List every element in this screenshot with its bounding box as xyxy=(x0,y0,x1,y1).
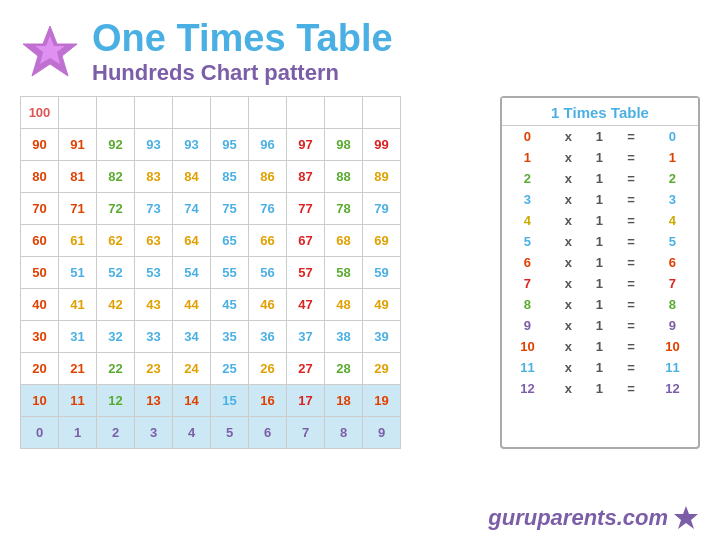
table-row: 1 x 1 = 1 xyxy=(502,147,698,168)
multiplier: 1 xyxy=(502,147,553,168)
times-symbol: x xyxy=(553,168,584,189)
card-title: 1 Times Table xyxy=(502,98,698,126)
multiplier: 11 xyxy=(502,357,553,378)
equals-symbol: = xyxy=(615,294,647,315)
table-cell: 26 xyxy=(249,353,287,385)
table-cell: 7 xyxy=(287,417,325,449)
table-cell: 15 xyxy=(211,385,249,417)
times-symbol: x xyxy=(553,357,584,378)
footer-star-icon xyxy=(672,504,700,532)
table-row: 11 x 1 = 11 xyxy=(502,357,698,378)
multiplicand: 1 xyxy=(584,126,615,147)
table-cell: 77 xyxy=(287,193,325,225)
table-cell: 74 xyxy=(173,193,211,225)
product: 3 xyxy=(647,189,698,210)
table-row: 10 x 1 = 10 xyxy=(502,336,698,357)
table-cell: 73 xyxy=(135,193,173,225)
table-cell: 42 xyxy=(97,289,135,321)
times-symbol: x xyxy=(553,273,584,294)
multiplicand: 1 xyxy=(584,378,615,399)
table-cell: 8 xyxy=(325,417,363,449)
table-cell: 9 xyxy=(363,417,401,449)
table-cell: 76 xyxy=(249,193,287,225)
equals-symbol: = xyxy=(615,357,647,378)
table-cell: 21 xyxy=(59,353,97,385)
table-row: 40 41 42 43 44 45 46 47 48 49 xyxy=(21,289,401,321)
times-symbol: x xyxy=(553,189,584,210)
header: One Times Table Hundreds Chart pattern xyxy=(0,0,720,96)
table-cell: 86 xyxy=(249,161,287,193)
table-cell: 25 xyxy=(211,353,249,385)
table-cell: 38 xyxy=(325,321,363,353)
table-cell: 34 xyxy=(173,321,211,353)
table-cell: 61 xyxy=(59,225,97,257)
times-symbol: x xyxy=(553,231,584,252)
table-cell xyxy=(173,97,211,129)
equals-symbol: = xyxy=(615,231,647,252)
product: 2 xyxy=(647,168,698,189)
table-row: 9 x 1 = 9 xyxy=(502,315,698,336)
multiplier: 7 xyxy=(502,273,553,294)
star-icon xyxy=(20,22,80,82)
equals-symbol: = xyxy=(615,378,647,399)
equals-symbol: = xyxy=(615,126,647,147)
table-cell: 82 xyxy=(97,161,135,193)
table-cell: 1 xyxy=(59,417,97,449)
product: 0 xyxy=(647,126,698,147)
multiplier: 3 xyxy=(502,189,553,210)
multiplier: 9 xyxy=(502,315,553,336)
table-cell xyxy=(59,97,97,129)
table-cell: 17 xyxy=(287,385,325,417)
multiplicand: 1 xyxy=(584,273,615,294)
table-cell xyxy=(211,97,249,129)
table-row: 90 91 92 93 93 95 96 97 98 99 xyxy=(21,129,401,161)
times-symbol: x xyxy=(553,252,584,273)
table-row: 0 x 1 = 0 xyxy=(502,126,698,147)
product: 4 xyxy=(647,210,698,231)
table-cell: 93 xyxy=(135,129,173,161)
product: 8 xyxy=(647,294,698,315)
main-title: One Times Table xyxy=(92,18,393,60)
table-row: 7 x 1 = 7 xyxy=(502,273,698,294)
table-row: 30 31 32 33 34 35 36 37 38 39 xyxy=(21,321,401,353)
table-row: 10 11 12 13 14 15 16 17 18 19 xyxy=(21,385,401,417)
table-cell: 31 xyxy=(59,321,97,353)
table-cell: 32 xyxy=(97,321,135,353)
table-cell: 45 xyxy=(211,289,249,321)
multiplicand: 1 xyxy=(584,252,615,273)
equals-symbol: = xyxy=(615,189,647,210)
table-cell: 24 xyxy=(173,353,211,385)
table-cell: 68 xyxy=(325,225,363,257)
multiplier: 2 xyxy=(502,168,553,189)
table-cell: 47 xyxy=(287,289,325,321)
table-cell: 51 xyxy=(59,257,97,289)
table-cell: 71 xyxy=(59,193,97,225)
table-cell: 98 xyxy=(325,129,363,161)
table-cell: 10 xyxy=(21,385,59,417)
footer: guruparents.com xyxy=(488,504,700,532)
table-cell: 57 xyxy=(287,257,325,289)
product: 10 xyxy=(647,336,698,357)
table-row: 8 x 1 = 8 xyxy=(502,294,698,315)
table-row: 12 x 1 = 12 xyxy=(502,378,698,399)
multiplicand: 1 xyxy=(584,168,615,189)
table-cell: 63 xyxy=(135,225,173,257)
table-row: 4 x 1 = 4 xyxy=(502,210,698,231)
table-cell: 67 xyxy=(287,225,325,257)
multiplicand: 1 xyxy=(584,147,615,168)
table-cell: 44 xyxy=(173,289,211,321)
table-cell: 99 xyxy=(363,129,401,161)
table-cell: 39 xyxy=(363,321,401,353)
product: 6 xyxy=(647,252,698,273)
table-cell: 0 xyxy=(21,417,59,449)
times-symbol: x xyxy=(553,294,584,315)
table-cell: 66 xyxy=(249,225,287,257)
table-cell: 20 xyxy=(21,353,59,385)
product: 12 xyxy=(647,378,698,399)
table-cell: 92 xyxy=(97,129,135,161)
table-cell: 100 xyxy=(21,97,59,129)
table-cell: 52 xyxy=(97,257,135,289)
multiplicand: 1 xyxy=(584,189,615,210)
table-cell: 70 xyxy=(21,193,59,225)
equals-symbol: = xyxy=(615,315,647,336)
